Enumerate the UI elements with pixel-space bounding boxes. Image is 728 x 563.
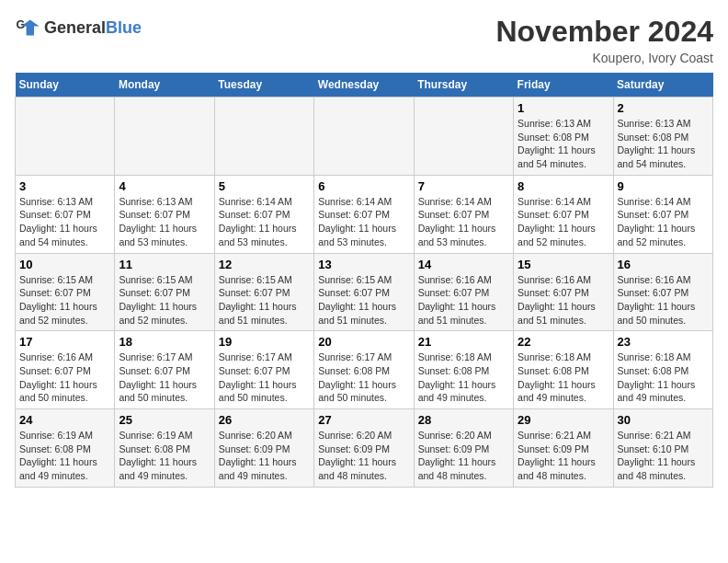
day-detail: Sunrise: 6:13 AMSunset: 6:08 PMDaylight:…: [618, 117, 709, 171]
calendar-cell: 9Sunrise: 6:14 AMSunset: 6:07 PMDaylight…: [613, 175, 712, 253]
day-header-sunday: Sunday: [16, 73, 115, 98]
subtitle: Koupero, Ivory Coast: [495, 51, 713, 65]
logo-icon: G: [15, 15, 40, 40]
calendar-cell: 2Sunrise: 6:13 AMSunset: 6:08 PMDaylight…: [613, 98, 712, 176]
day-detail: Sunrise: 6:18 AMSunset: 6:08 PMDaylight:…: [418, 350, 509, 405]
day-number: 4: [119, 179, 210, 193]
calendar-cell: 14Sunrise: 6:16 AMSunset: 6:07 PMDayligh…: [414, 253, 513, 331]
calendar-cell: 30Sunrise: 6:21 AMSunset: 6:10 PMDayligh…: [613, 409, 712, 488]
calendar-cell: 8Sunrise: 6:14 AMSunset: 6:07 PMDaylight…: [514, 175, 613, 253]
calendar-cell: 5Sunrise: 6:14 AMSunset: 6:07 PMDaylight…: [214, 175, 313, 253]
calendar-cell: 24Sunrise: 6:19 AMSunset: 6:08 PMDayligh…: [16, 409, 115, 488]
calendar-cell: 21Sunrise: 6:18 AMSunset: 6:08 PMDayligh…: [414, 331, 513, 409]
day-number: 18: [119, 335, 210, 349]
calendar-cell: 27Sunrise: 6:20 AMSunset: 6:09 PMDayligh…: [314, 409, 414, 488]
day-detail: Sunrise: 6:19 AMSunset: 6:08 PMDaylight:…: [119, 429, 210, 483]
calendar-cell: 20Sunrise: 6:17 AMSunset: 6:08 PMDayligh…: [314, 331, 414, 409]
day-number: 9: [618, 179, 709, 193]
day-detail: Sunrise: 6:15 AMSunset: 6:07 PMDaylight:…: [19, 273, 110, 327]
day-detail: Sunrise: 6:17 AMSunset: 6:08 PMDaylight:…: [318, 350, 409, 405]
day-number: 30: [618, 413, 709, 427]
day-detail: Sunrise: 6:21 AMSunset: 6:09 PMDaylight:…: [518, 429, 609, 483]
day-header-wednesday: Wednesday: [314, 73, 414, 98]
calendar-cell: 15Sunrise: 6:16 AMSunset: 6:07 PMDayligh…: [514, 253, 613, 331]
logo-text-blue: Blue: [106, 18, 142, 37]
logo-text-general: General: [44, 18, 106, 37]
title-area: November 2024 Koupero, Ivory Coast: [495, 15, 713, 65]
day-number: 11: [119, 258, 210, 271]
header: G GeneralBlue November 2024 Koupero, Ivo…: [15, 15, 713, 65]
day-detail: Sunrise: 6:20 AMSunset: 6:09 PMDaylight:…: [418, 429, 509, 483]
calendar-cell: 12Sunrise: 6:15 AMSunset: 6:07 PMDayligh…: [214, 253, 313, 331]
calendar-cell: 19Sunrise: 6:17 AMSunset: 6:07 PMDayligh…: [214, 331, 313, 409]
calendar-cell: 3Sunrise: 6:13 AMSunset: 6:07 PMDaylight…: [16, 175, 115, 253]
calendar-cell: 13Sunrise: 6:15 AMSunset: 6:07 PMDayligh…: [314, 253, 414, 331]
day-number: 1: [518, 101, 609, 115]
calendar-header: SundayMondayTuesdayWednesdayThursdayFrid…: [16, 73, 713, 98]
day-detail: Sunrise: 6:15 AMSunset: 6:07 PMDaylight:…: [318, 273, 409, 327]
day-detail: Sunrise: 6:16 AMSunset: 6:07 PMDaylight:…: [518, 273, 609, 327]
day-number: 7: [418, 179, 509, 193]
day-number: 13: [318, 258, 409, 271]
main-title: November 2024: [495, 15, 713, 49]
day-detail: Sunrise: 6:15 AMSunset: 6:07 PMDaylight:…: [219, 273, 310, 327]
day-number: 29: [518, 413, 609, 427]
week-row-2: 3Sunrise: 6:13 AMSunset: 6:07 PMDaylight…: [16, 175, 713, 253]
day-number: 19: [219, 335, 310, 349]
calendar-cell: 4Sunrise: 6:13 AMSunset: 6:07 PMDaylight…: [115, 175, 214, 253]
day-detail: Sunrise: 6:17 AMSunset: 6:07 PMDaylight:…: [119, 350, 210, 405]
day-number: 5: [219, 179, 310, 193]
day-number: 22: [518, 335, 609, 349]
day-header-friday: Friday: [514, 73, 613, 98]
day-detail: Sunrise: 6:13 AMSunset: 6:08 PMDaylight:…: [518, 117, 609, 171]
logo: G GeneralBlue: [15, 15, 142, 40]
calendar-body: 1Sunrise: 6:13 AMSunset: 6:08 PMDaylight…: [16, 98, 713, 488]
day-number: 10: [19, 258, 110, 271]
day-detail: Sunrise: 6:16 AMSunset: 6:07 PMDaylight:…: [618, 273, 709, 327]
day-number: 3: [19, 179, 110, 193]
calendar-cell: 29Sunrise: 6:21 AMSunset: 6:09 PMDayligh…: [514, 409, 613, 488]
day-number: 24: [19, 413, 110, 427]
day-number: 15: [518, 258, 609, 271]
day-detail: Sunrise: 6:17 AMSunset: 6:07 PMDaylight:…: [219, 350, 310, 405]
day-number: 25: [119, 413, 210, 427]
week-row-1: 1Sunrise: 6:13 AMSunset: 6:08 PMDaylight…: [16, 98, 713, 176]
day-detail: Sunrise: 6:21 AMSunset: 6:10 PMDaylight:…: [618, 429, 709, 483]
day-number: 23: [618, 335, 709, 349]
calendar-cell: [115, 98, 214, 176]
day-header-monday: Monday: [115, 73, 214, 98]
calendar-cell: 28Sunrise: 6:20 AMSunset: 6:09 PMDayligh…: [414, 409, 513, 488]
day-number: 2: [618, 101, 709, 115]
calendar-cell: [16, 98, 115, 176]
day-number: 12: [219, 258, 310, 271]
day-number: 16: [618, 258, 709, 271]
calendar-cell: 6Sunrise: 6:14 AMSunset: 6:07 PMDaylight…: [314, 175, 414, 253]
day-detail: Sunrise: 6:19 AMSunset: 6:08 PMDaylight:…: [19, 429, 110, 483]
day-detail: Sunrise: 6:16 AMSunset: 6:07 PMDaylight:…: [418, 273, 509, 327]
day-detail: Sunrise: 6:14 AMSunset: 6:07 PMDaylight:…: [518, 195, 609, 249]
day-header-tuesday: Tuesday: [214, 73, 313, 98]
week-row-5: 24Sunrise: 6:19 AMSunset: 6:08 PMDayligh…: [16, 409, 713, 488]
days-header-row: SundayMondayTuesdayWednesdayThursdayFrid…: [16, 73, 713, 98]
day-header-thursday: Thursday: [414, 73, 513, 98]
day-number: 27: [318, 413, 409, 427]
day-detail: Sunrise: 6:20 AMSunset: 6:09 PMDaylight:…: [219, 429, 310, 483]
calendar-cell: 1Sunrise: 6:13 AMSunset: 6:08 PMDaylight…: [514, 98, 613, 176]
calendar-cell: 26Sunrise: 6:20 AMSunset: 6:09 PMDayligh…: [214, 409, 313, 488]
day-detail: Sunrise: 6:13 AMSunset: 6:07 PMDaylight:…: [119, 195, 210, 249]
day-detail: Sunrise: 6:14 AMSunset: 6:07 PMDaylight:…: [318, 195, 409, 249]
day-number: 6: [318, 179, 409, 193]
day-number: 8: [518, 179, 609, 193]
calendar-cell: 7Sunrise: 6:14 AMSunset: 6:07 PMDaylight…: [414, 175, 513, 253]
week-row-3: 10Sunrise: 6:15 AMSunset: 6:07 PMDayligh…: [16, 253, 713, 331]
day-number: 20: [318, 335, 409, 349]
day-number: 21: [418, 335, 509, 349]
day-detail: Sunrise: 6:13 AMSunset: 6:07 PMDaylight:…: [19, 195, 110, 249]
calendar-cell: [214, 98, 313, 176]
calendar-cell: 17Sunrise: 6:16 AMSunset: 6:07 PMDayligh…: [16, 331, 115, 409]
calendar-cell: 25Sunrise: 6:19 AMSunset: 6:08 PMDayligh…: [115, 409, 214, 488]
calendar-cell: [314, 98, 414, 176]
calendar-cell: 22Sunrise: 6:18 AMSunset: 6:08 PMDayligh…: [514, 331, 613, 409]
day-detail: Sunrise: 6:14 AMSunset: 6:07 PMDaylight:…: [219, 195, 310, 249]
day-detail: Sunrise: 6:14 AMSunset: 6:07 PMDaylight:…: [618, 195, 709, 249]
